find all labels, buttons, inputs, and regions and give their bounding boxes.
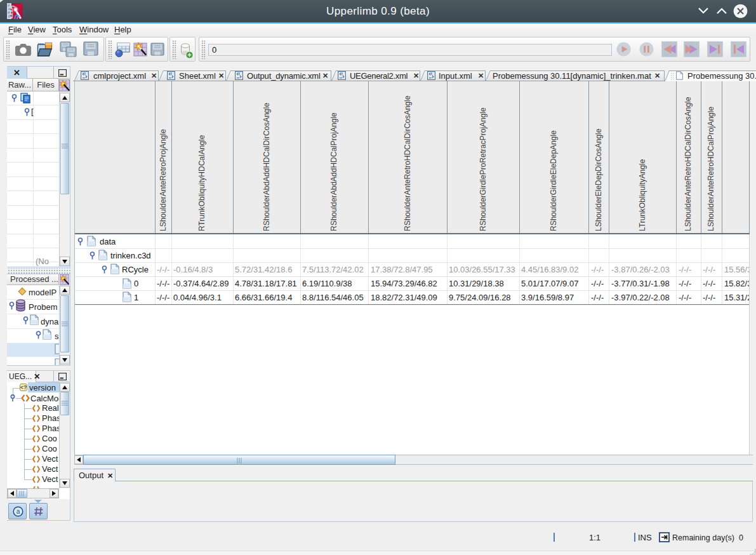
svg-text:Real: Real <box>42 403 59 413</box>
svg-text:Vect: Vect <box>42 464 58 474</box>
svg-text:Vect: Vect <box>42 474 58 484</box>
svg-text:a: a <box>17 508 20 515</box>
svg-text:Phas: Phas <box>42 413 59 423</box>
svg-text:Vect: Vect <box>42 454 58 464</box>
svg-text:Coo: Coo <box>42 444 57 453</box>
svg-text:Phas: Phas <box>42 424 59 433</box>
svg-text:Coo: Coo <box>42 434 57 443</box>
